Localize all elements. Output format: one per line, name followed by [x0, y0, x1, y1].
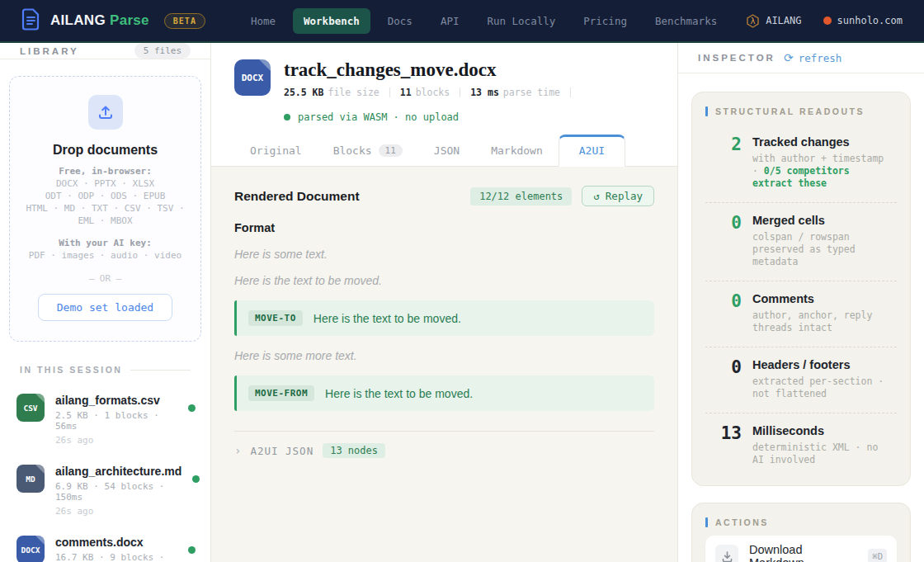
- parse-time-value: 13 ms: [470, 87, 499, 98]
- readout-desc: colspan / rowspan preserved as typed met…: [752, 231, 893, 268]
- nav-item-home[interactable]: Home: [240, 8, 286, 34]
- parsed-status-dot: [192, 475, 200, 483]
- readout-value: 0: [709, 358, 742, 400]
- orange-dot-icon: [823, 17, 832, 25]
- readout-label: Tracked changes: [752, 135, 893, 149]
- move-to-text: Here is the text to be moved.: [314, 312, 461, 325]
- readout-value: 0: [709, 214, 742, 268]
- upload-icon: [88, 95, 123, 130]
- shortcut-badge: ⌘D: [868, 549, 887, 562]
- inspector-panel: INSPECTOR ⟳ refresh STRUCTURAL READOUTS …: [678, 43, 924, 562]
- tab-blocks[interactable]: Blocks11: [318, 135, 418, 166]
- md-file-icon: MD: [16, 465, 45, 493]
- file-meta: 2.5 KB · 1 blocks · 56ms: [55, 410, 177, 432]
- beta-badge: BETA: [164, 13, 205, 29]
- session-title: IN THIS SESSION: [20, 365, 122, 375]
- docx-type-badge: DOCX: [234, 59, 271, 96]
- readout-desc: deterministic XML · no AI involved: [752, 442, 893, 466]
- brand-name: AILANG Parse: [50, 12, 149, 29]
- session-file-csv[interactable]: CSV ailang_formats.csv 2.5 KB · 1 blocks…: [0, 394, 210, 446]
- demo-set-button[interactable]: Demo set loaded: [38, 294, 172, 321]
- dropzone-ai-formats: With your AI key: PDF · images · audio ·…: [16, 237, 194, 262]
- format-heading: Format: [234, 221, 654, 234]
- session-divider: [130, 370, 191, 371]
- top-navbar: AILANG Parse BETA Home Workbench Docs AP…: [0, 0, 924, 43]
- file-size-value: 25.5 KB: [284, 87, 323, 98]
- readout-tracked-changes: 2 Tracked changes with author + timestam…: [705, 125, 897, 202]
- nav-item-api[interactable]: API: [430, 8, 470, 34]
- readout-value: 13: [709, 424, 742, 466]
- file-age: 26s ago: [55, 506, 182, 517]
- brand[interactable]: AILANG Parse BETA: [21, 8, 205, 34]
- file-name: ailang_formats.csv: [55, 394, 177, 407]
- a2ui-json-label: A2UI JSON: [250, 445, 314, 457]
- structural-readouts-title: STRUCTURAL READOUTS: [715, 106, 865, 116]
- elements-count-badge: 12/12 elements: [470, 187, 572, 205]
- session-file-md[interactable]: MD ailang_architecture.md 6.9 KB · 54 bl…: [0, 465, 210, 517]
- readout-milliseconds: 13 Milliseconds deterministic XML · no A…: [705, 413, 897, 479]
- workbench-main: DOCX track_changes_move.docx 25.5 KBfile…: [211, 43, 678, 562]
- tab-markdown[interactable]: Markdown: [475, 135, 559, 166]
- document-stats: 25.5 KBfile size 11blocks 13 msparse tim…: [284, 87, 571, 98]
- library-header: LIBRARY 5 files: [0, 43, 210, 59]
- readout-label: Comments: [752, 292, 893, 305]
- file-size-label: file size: [328, 87, 379, 98]
- file-name: comments.docx: [55, 536, 177, 549]
- session-file-docx[interactable]: DOCX comments.docx 16.7 KB · 9 blocks · …: [0, 536, 210, 562]
- nav-item-workbench[interactable]: Workbench: [293, 8, 370, 34]
- session-header: IN THIS SESSION: [20, 365, 191, 375]
- brand-accent: Parse: [110, 12, 149, 28]
- tab-a2ui[interactable]: A2UI: [559, 135, 625, 167]
- paragraph: Here is some more text.: [234, 349, 654, 362]
- library-title: LIBRARY: [20, 46, 79, 56]
- nodes-count-badge: 13 nodes: [323, 443, 385, 458]
- status-dot-icon: [284, 114, 290, 120]
- nav-item-pricing[interactable]: Pricing: [573, 8, 638, 34]
- or-divider: — OR —: [16, 273, 194, 284]
- tab-original[interactable]: Original: [234, 135, 318, 166]
- dropzone-free-formats: Free, in-browser: DOCX · PPTX · XLSX ODT…: [16, 165, 194, 227]
- svg-text:λ: λ: [751, 17, 756, 26]
- document-logo-icon: [21, 8, 40, 34]
- files-count-badge: 5 files: [134, 43, 191, 59]
- readout-desc: author, anchor, reply threads intact: [752, 309, 893, 334]
- document-header: DOCX track_changes_move.docx 25.5 KBfile…: [211, 43, 677, 123]
- replay-button[interactable]: ↺ Replay: [582, 186, 654, 206]
- sunholo-link[interactable]: sunholo.com: [823, 15, 903, 26]
- action-label: Download Markdown: [749, 543, 857, 562]
- parse-time-label: parse time: [503, 87, 560, 98]
- accent-bar: [705, 106, 708, 116]
- wasm-status: parsed via WASM · no upload: [284, 111, 654, 123]
- stat-divider: [570, 87, 571, 97]
- file-meta: 6.9 KB · 54 blocks · 150ms: [55, 481, 182, 503]
- tab-json[interactable]: JSON: [418, 135, 475, 166]
- readout-value: 2: [709, 135, 742, 190]
- accent-bar: [705, 517, 708, 527]
- download-markdown-button[interactable]: Download Markdown ⌘D: [705, 536, 897, 562]
- a2ui-json-expander[interactable]: › A2UI JSON 13 nodes: [234, 432, 654, 470]
- move-to-block: MOVE-TO Here is the text to be moved.: [234, 300, 654, 336]
- dropzone-title: Drop documents: [16, 143, 194, 158]
- nav-item-docs[interactable]: Docs: [377, 8, 423, 34]
- csv-file-icon: CSV: [16, 394, 45, 422]
- replay-icon: ↺: [593, 190, 600, 202]
- readout-label: Merged cells: [752, 214, 893, 227]
- refresh-link[interactable]: ⟳ refresh: [784, 51, 842, 64]
- blocks-value: 11: [400, 87, 412, 98]
- paragraph: Here is the text to be moved.: [234, 274, 654, 287]
- blocks-label: blocks: [416, 87, 450, 98]
- refresh-icon: ⟳: [784, 51, 794, 64]
- nav-item-run-locally[interactable]: Run Locally: [476, 8, 566, 34]
- view-tabs: Original Blocks11 JSON Markdown A2UI: [211, 135, 677, 167]
- readout-label: Milliseconds: [752, 424, 893, 437]
- ailang-org-link[interactable]: λ AILANG: [746, 14, 801, 28]
- rendered-document-title: Rendered Document: [234, 189, 360, 204]
- dropzone[interactable]: Drop documents Free, in-browser: DOCX · …: [9, 76, 201, 342]
- nav-item-benchmarks[interactable]: Benchmarks: [644, 8, 728, 34]
- actions-title: ACTIONS: [715, 517, 769, 527]
- rendered-document-panel: Rendered Document 12/12 elements ↺ Repla…: [211, 167, 677, 562]
- actions-card: ACTIONS Download Markdown ⌘D: [691, 503, 911, 562]
- parsed-status-dot: [188, 546, 196, 554]
- inspector-title: INSPECTOR: [698, 53, 776, 63]
- document-title: track_changes_move.docx: [284, 59, 571, 81]
